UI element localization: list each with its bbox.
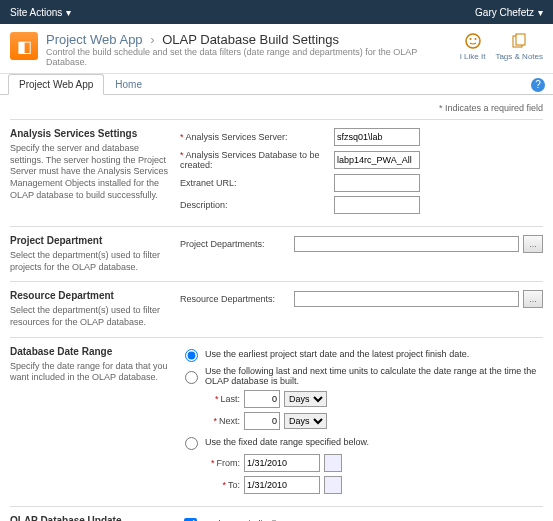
section-title: Database Date Range xyxy=(10,346,170,357)
app-icon: ◧ xyxy=(10,32,38,60)
extranet-input[interactable] xyxy=(334,174,420,192)
page-title: OLAP Database Build Settings xyxy=(162,32,339,47)
radio-fixed[interactable] xyxy=(185,437,198,450)
server-input[interactable] xyxy=(334,128,420,146)
last-unit[interactable]: Days xyxy=(284,391,327,407)
chevron-down-icon: ▾ xyxy=(538,7,543,18)
radio-units-label: Use the following last and next time uni… xyxy=(205,366,543,386)
section-desc: Specify the date range for data that you… xyxy=(10,361,170,384)
section-title: Resource Department xyxy=(10,290,170,301)
chevron-right-icon: › xyxy=(150,32,154,47)
proj-dept-picker[interactable]: … xyxy=(523,235,543,253)
site-actions-menu[interactable]: Site Actions▾ xyxy=(10,7,71,18)
required-note: * Indicates a required field xyxy=(10,103,543,113)
chevron-down-icon: ▾ xyxy=(66,7,71,18)
section-title: Analysis Services Settings xyxy=(10,128,170,139)
label-proj-dept: Project Departments: xyxy=(180,239,290,249)
label-extranet: Extranet URL: xyxy=(180,178,330,188)
help-icon[interactable]: ? xyxy=(531,78,545,92)
radio-fixed-label: Use the fixed date range specified below… xyxy=(205,437,369,447)
label-res-dept: Resource Departments: xyxy=(180,294,290,304)
user-menu[interactable]: Gary Chefetz▾ xyxy=(475,7,543,18)
page-subtitle: Control the build schedule and set the d… xyxy=(46,47,460,67)
label-server: *Analysis Services Server: xyxy=(180,132,330,142)
tab-home[interactable]: Home xyxy=(104,74,153,95)
res-dept-picker[interactable]: … xyxy=(523,290,543,308)
next-unit[interactable]: Days xyxy=(284,413,327,429)
like-button[interactable]: I Like It xyxy=(460,32,486,61)
section-title: Project Department xyxy=(10,235,170,246)
radio-earliest[interactable] xyxy=(185,349,198,362)
breadcrumb: Project Web App › OLAP Database Build Se… xyxy=(46,32,460,47)
svg-point-2 xyxy=(474,38,476,40)
svg-point-1 xyxy=(469,38,471,40)
svg-rect-4 xyxy=(516,34,525,45)
tab-project-web-app[interactable]: Project Web App xyxy=(8,74,104,95)
tags-notes-button[interactable]: Tags & Notes xyxy=(495,32,543,61)
svg-point-0 xyxy=(466,34,480,48)
breadcrumb-root[interactable]: Project Web App xyxy=(46,32,143,47)
label-description: Description: xyxy=(180,200,330,210)
proj-dept-input[interactable] xyxy=(294,236,519,252)
section-desc: Select the department(s) used to filter … xyxy=(10,250,170,273)
calendar-icon[interactable] xyxy=(324,454,342,472)
label-db: *Analysis Services Database to be create… xyxy=(180,150,330,170)
section-desc: Specify the server and database settings… xyxy=(10,143,170,201)
next-input[interactable] xyxy=(244,412,280,430)
calendar-icon[interactable] xyxy=(324,476,342,494)
section-title: OLAP Database Update Frequency xyxy=(10,515,170,521)
to-date[interactable] xyxy=(244,476,320,494)
last-input[interactable] xyxy=(244,390,280,408)
from-date[interactable] xyxy=(244,454,320,472)
radio-earliest-label: Use the earliest project start date and … xyxy=(205,349,469,359)
section-desc: Select the department(s) used to filter … xyxy=(10,305,170,328)
db-input[interactable] xyxy=(334,151,420,169)
description-input[interactable] xyxy=(334,196,420,214)
res-dept-input[interactable] xyxy=(294,291,519,307)
radio-units[interactable] xyxy=(185,371,198,384)
